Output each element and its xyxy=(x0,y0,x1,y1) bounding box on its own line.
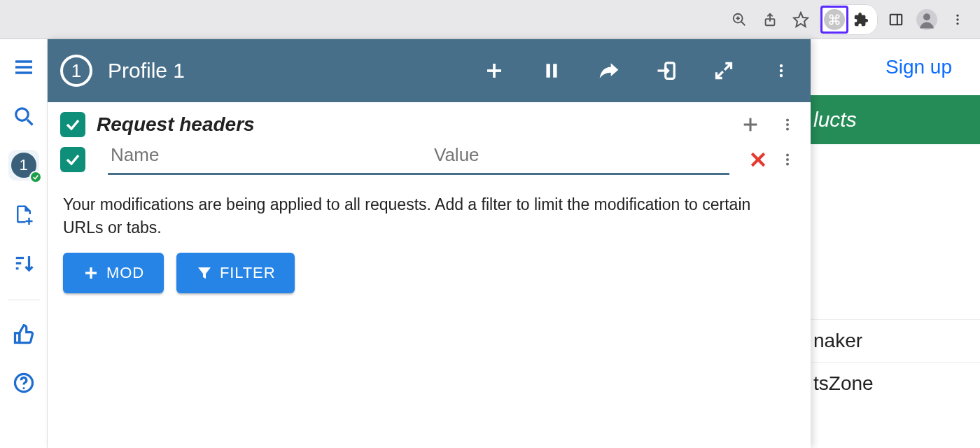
svg-point-38 xyxy=(786,119,789,122)
section-header: Request headers xyxy=(48,102,811,141)
profile-circle-number: 1 xyxy=(71,60,81,82)
star-icon[interactable] xyxy=(785,6,816,34)
side-panel-icon[interactable] xyxy=(881,6,911,34)
import-icon[interactable] xyxy=(654,58,679,83)
svg-point-24 xyxy=(22,387,24,389)
share-icon[interactable] xyxy=(755,6,785,34)
active-extension-button[interactable] xyxy=(820,6,848,34)
svg-point-34 xyxy=(780,69,783,72)
section-add-icon[interactable] xyxy=(741,115,760,134)
section-title: Request headers xyxy=(97,113,741,136)
section-more-icon[interactable] xyxy=(780,117,795,132)
filter-label: FILTER xyxy=(220,264,275,282)
extensions-icon[interactable] xyxy=(848,6,874,34)
zoom-icon[interactable] xyxy=(724,6,755,34)
pause-icon[interactable] xyxy=(539,58,564,83)
divider xyxy=(8,300,40,300)
row-more-icon[interactable] xyxy=(780,152,795,167)
svg-rect-6 xyxy=(890,14,902,24)
profile-circle[interactable]: 1 xyxy=(60,55,92,87)
new-file-icon[interactable] xyxy=(8,199,39,230)
svg-rect-22 xyxy=(15,333,19,343)
check-badge-icon xyxy=(29,171,42,183)
help-icon[interactable] xyxy=(8,368,39,398)
value-input[interactable] xyxy=(434,144,729,166)
profile-avatar-icon[interactable] xyxy=(911,6,942,34)
background-page: Sign up lucts naker tsZone xyxy=(811,39,980,448)
background-list: naker tsZone xyxy=(811,144,980,405)
svg-point-39 xyxy=(786,123,789,126)
svg-rect-27 xyxy=(546,64,550,78)
svg-point-43 xyxy=(786,154,789,157)
info-text: Your modifications are being applied to … xyxy=(63,193,795,240)
extension-pill xyxy=(819,4,878,35)
left-sidebar: 1 xyxy=(0,39,48,448)
menu-dots-icon[interactable] xyxy=(942,6,973,34)
add-icon[interactable] xyxy=(482,58,507,83)
svg-point-40 xyxy=(786,127,789,130)
name-input[interactable] xyxy=(111,144,406,166)
fullscreen-icon[interactable] xyxy=(711,58,736,83)
more-vert-icon[interactable] xyxy=(769,58,794,83)
svg-point-11 xyxy=(956,18,958,20)
svg-marker-5 xyxy=(794,13,808,27)
info-block: Your modifications are being applied to … xyxy=(48,181,811,299)
thumbs-up-icon[interactable] xyxy=(8,318,39,349)
svg-line-17 xyxy=(27,120,33,125)
mod-label: MOD xyxy=(106,264,144,282)
row-checkbox[interactable] xyxy=(60,147,85,172)
extension-panel: 1 Profile 1 xyxy=(48,39,811,448)
list-item[interactable]: naker xyxy=(811,319,980,362)
background-green-tab[interactable]: lucts xyxy=(811,95,980,144)
search-icon[interactable] xyxy=(8,101,39,132)
delete-row-icon[interactable] xyxy=(748,149,769,170)
svg-point-10 xyxy=(956,14,958,16)
share-arrow-icon[interactable] xyxy=(596,58,622,83)
command-icon xyxy=(824,9,845,30)
section-checkbox[interactable] xyxy=(60,112,85,137)
panel-title: Profile 1 xyxy=(108,59,482,83)
sort-icon[interactable] xyxy=(8,248,39,279)
filter-button[interactable]: FILTER xyxy=(176,253,295,293)
svg-point-35 xyxy=(780,74,783,77)
header-row xyxy=(48,141,811,181)
svg-line-1 xyxy=(741,21,746,25)
hamburger-menu-icon[interactable] xyxy=(8,52,39,83)
green-tab-text: lucts xyxy=(813,108,857,132)
panel-header: 1 Profile 1 xyxy=(48,39,811,102)
profile-badge[interactable]: 1 xyxy=(8,150,39,181)
svg-point-9 xyxy=(923,13,930,20)
list-item[interactable]: tsZone xyxy=(811,362,980,405)
svg-point-45 xyxy=(786,162,789,165)
svg-point-44 xyxy=(786,158,789,161)
header-fields xyxy=(108,144,729,175)
browser-toolbar xyxy=(0,0,980,39)
svg-point-12 xyxy=(956,22,958,24)
svg-point-33 xyxy=(780,64,783,67)
svg-rect-28 xyxy=(553,64,556,78)
svg-point-16 xyxy=(15,108,28,121)
sign-up-link[interactable]: Sign up xyxy=(886,56,952,78)
mod-button[interactable]: MOD xyxy=(63,253,164,293)
